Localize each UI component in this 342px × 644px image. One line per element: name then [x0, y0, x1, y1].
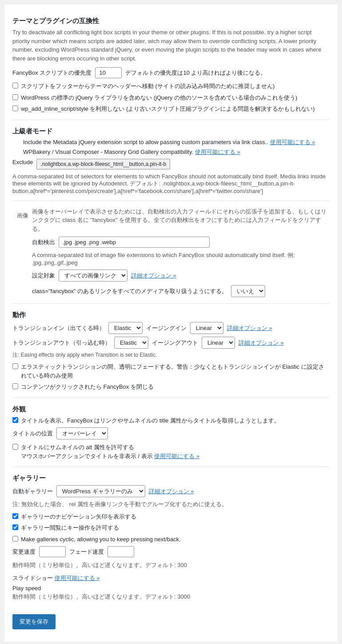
checkbox-alt[interactable] [12, 444, 18, 450]
image-content: 画像をオーバーレイで表示させるためには、自動検出の入力フィールドにそれらの拡張子… [32, 207, 330, 298]
checkbox-keyboard[interactable] [12, 524, 18, 530]
change-speed-input[interactable] [39, 546, 66, 557]
gallery-details-link[interactable]: 詳細オプション » [149, 487, 194, 495]
save-button[interactable]: 変更を保存 [12, 614, 56, 629]
appearance-section: 外観 タイトルを表示。FancyBox はリンクやサムネイルの title 属性… [12, 405, 330, 461]
transition-out-details[interactable]: 詳細オプション » [239, 339, 284, 347]
image-desc: 画像をオーバーレイで表示させるためには、自動検出の入力フィールドにそれらの拡張子… [32, 207, 330, 233]
checkbox-nav[interactable] [12, 513, 18, 519]
checkbox-jquery-label: WordPress の標準の jQuery ライブラリを含めない (jQuery… [21, 93, 297, 102]
priority-row: FancyBox スクリプトの優先度 デフォルトの優先度は10 より高ければより… [12, 67, 330, 78]
class-row: class="fancybox" のあるリンクをすべてのメディアを取り扱うように… [32, 285, 330, 297]
auto-gallery-label: 自動ギャラリー [12, 487, 53, 495]
advanced-title: 上級者モード [12, 127, 330, 136]
checkbox-footer[interactable] [12, 83, 18, 89]
play-speed-row: Play speed [12, 585, 330, 592]
checkbox-footer-row: スクリプトをフッターからテーマのヘッダーへ移動 (サイトの読み込み時間のために推… [12, 82, 330, 91]
transition-in-label: トランジションイン（出てくる時） [12, 324, 105, 332]
action-title: 動作 [12, 311, 330, 319]
advanced-desc1-row: Include the Metadata jQuery extension sc… [23, 138, 330, 146]
exclude-row: Exclude .nolightbox,a.wp-block-fileesc_h… [12, 159, 330, 194]
theme-compat-section: テーマとプラグインの互換性 Try to deactivate all conf… [12, 17, 330, 113]
checkbox-cyclic-label: Make galleries cyclic, allowing you to k… [21, 535, 181, 544]
advanced-link2[interactable]: 使用可能にする » [195, 149, 240, 155]
image-section: 画像 画像をオーバーレイで表示させるためには、自動検出の入力フィールドにそれらの… [12, 207, 330, 298]
transition-in-details[interactable]: 詳細オプション » [227, 324, 272, 332]
auto-gallery-select[interactable]: WordPress ギャラリーのみ [56, 485, 145, 497]
advanced-section: 上級者モード Include the Metadata jQuery exten… [12, 127, 330, 194]
checkbox-close-label: コンテンツがクリックされたら FancyBox を閉じる [21, 382, 154, 391]
title-position-row: タイトルの位置 オーバーレイ [12, 427, 330, 439]
checkbox-jquery-row: WordPress の標準の jQuery ライブラリを含めない (jQuery… [12, 93, 330, 102]
advanced-link1[interactable]: 使用可能にする » [270, 139, 315, 145]
gallery-title: ギャラリー [12, 474, 330, 483]
checkbox-alt-label: タイトルにサムネイルの alt 属性を許可する マウスホバーアクションでタイトル… [21, 443, 199, 460]
auto-detect-label: 自動検出 [32, 238, 55, 246]
easing-out-select[interactable]: Linear [202, 337, 235, 349]
easing-out-label: イージングアウト [152, 339, 198, 347]
checkbox-fade[interactable] [12, 363, 18, 369]
gallery-section: ギャラリー 自動ギャラリー WordPress ギャラリーのみ 詳細オプション … [12, 474, 330, 601]
checkbox-close-row: コンテンツがクリックされたら FancyBox を閉じる [12, 382, 330, 391]
checkbox-close[interactable] [12, 383, 18, 389]
auto-detect-desc: A comma-separated list of image file ext… [32, 251, 330, 266]
transition-in-select[interactable]: Elastic [108, 322, 143, 334]
target-label: 設定対象 [32, 272, 55, 280]
checkbox-nav-label: ギャラリーのナビゲーション矢印を表示する [21, 512, 136, 521]
slideshow-link[interactable]: 使用可能にする » [55, 575, 100, 581]
target-select[interactable]: すべての画像リンク [59, 270, 127, 282]
easing-note: 注: Easing effects only apply when Transi… [12, 351, 330, 359]
easing-in-select[interactable]: Linear [190, 322, 223, 334]
checkbox-keyboard-label: ギャラリー閲覧にキー操作を許可する [21, 523, 119, 532]
title-position-select[interactable]: オーバーレイ [56, 427, 108, 439]
gallery-note: 注: 無効化した場合、 rel 属性を画像リンクを手動でグループ化するために使え… [12, 500, 330, 509]
checkbox-show-title-row: タイトルを表示。FancyBox はリンクやサムネイルの title 属性からタ… [12, 416, 330, 425]
title-position-label: タイトルの位置 [12, 430, 53, 438]
auto-detect-input[interactable] [59, 237, 210, 248]
checkbox-inline-label: wp_add_inline_script/style を利用しない (より古いス… [21, 105, 315, 113]
slideshow-label: スライドショー [12, 575, 53, 581]
slideshow-row: スライドショー 使用可能にする » [12, 574, 330, 582]
auto-detect-row: 自動検出 A comma-separated list of image fil… [32, 237, 330, 266]
easing-in-label: イージングイン [146, 324, 187, 332]
checkbox-inline-row: wp_add_inline_script/style を利用しない (より古いス… [12, 105, 330, 113]
checkbox-fade-row: エラスティックトランジションの間、透明にフェードする。警告：少なくともトランジシ… [12, 362, 330, 380]
change-speed-label: 変更速度 [12, 548, 36, 556]
checkbox-footer-label: スクリプトをフッターからテーマのヘッダーへ移動 (サイトの読み込み時間のために推… [21, 82, 274, 91]
action-section: 動作 トランジションイン（出てくる時） Elastic イージングイン Line… [12, 311, 330, 391]
checkbox-cyclic-row: Make galleries cyclic, allowing you to k… [12, 535, 330, 544]
theme-compat-title: テーマとプラグインの互換性 [12, 17, 330, 25]
duration-note: 動作時間（ミリ秒単位）。高いほど遅くなります。デフォルト: 300 [12, 561, 330, 570]
advanced-desc2-row: WPBakery / Visual Composer - Masonry Gri… [23, 148, 330, 156]
fade-speed-input[interactable] [107, 546, 134, 557]
transition-out-label: トランジションアウト（引っ込む時） [12, 339, 111, 347]
image-details-link[interactable]: 詳細オプション » [131, 272, 176, 280]
transition-out-select[interactable]: Elastic [114, 337, 148, 349]
priority-input[interactable] [95, 67, 122, 78]
checkbox-jquery[interactable] [12, 94, 18, 100]
advanced-desc1: Include the Metadata jQuery extension sc… [23, 139, 268, 145]
speed-row: 変更速度 フェード速度 [12, 546, 330, 557]
image-side-label: 画像 [17, 212, 28, 220]
theme-compat-desc: Try to deactivate all conflicting light … [12, 28, 330, 63]
fade-speed-label: フェード速度 [69, 548, 104, 556]
auto-gallery-row: 自動ギャラリー WordPress ギャラリーのみ 詳細オプション » [12, 485, 330, 497]
class-label: class="fancybox" のあるリンクをすべてのメディアを取り扱うように… [32, 287, 227, 295]
checkbox-fade-label: エラスティックトランジションの間、透明にフェードする。警告：少なくともトランジシ… [21, 362, 330, 380]
play-speed-label: Play speed [12, 585, 41, 592]
priority-note: デフォルトの優先度は10 より高ければより後になる。 [125, 69, 266, 77]
appearance-title: 外観 [12, 405, 330, 414]
checkbox-alt-row: タイトルにサムネイルの alt 属性を許可する マウスホバーアクションでタイトル… [12, 443, 330, 460]
hover-link[interactable]: 使用可能にする » [154, 453, 199, 459]
play-speed-note: 動作時間（ミリ秒単位）。高いほど遅くなります。デフォルト: 3000 [12, 592, 330, 601]
exclude-label: Exclude [12, 159, 33, 165]
checkbox-cyclic[interactable] [12, 536, 18, 542]
exclude-input[interactable]: .nolightbox,a.wp-block-fileesc_html__but… [36, 159, 170, 169]
target-row: 設定対象 すべての画像リンク 詳細オプション » [32, 270, 330, 282]
checkbox-keyboard-row: ギャラリー閲覧にキー操作を許可する [12, 523, 330, 532]
checkbox-show-title[interactable] [12, 417, 18, 423]
transition-in-row: トランジションイン（出てくる時） Elastic イージングイン Linear … [12, 322, 330, 334]
transition-out-row: トランジションアウト（引っ込む時） Elastic イージングアウト Linea… [12, 337, 330, 349]
checkbox-inline[interactable] [12, 105, 18, 111]
class-select[interactable]: いいえ [231, 285, 265, 297]
